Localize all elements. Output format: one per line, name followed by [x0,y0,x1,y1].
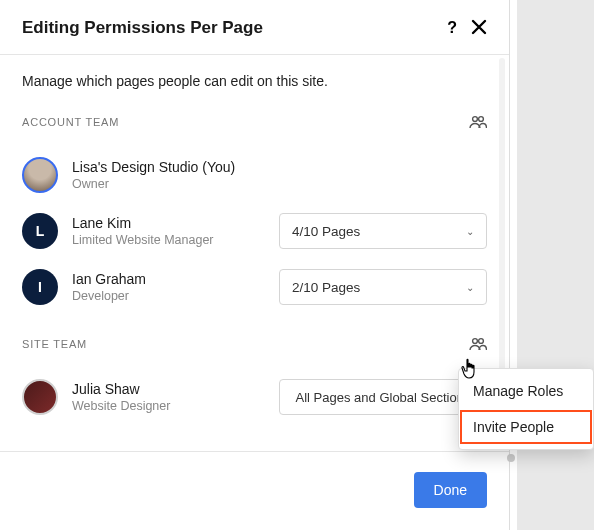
chevron-down-icon: ⌄ [466,226,474,237]
popover-invite-people[interactable]: Invite People [459,409,593,445]
pages-select-value: All Pages and Global Sections [296,390,471,405]
editing-permissions-modal: Editing Permissions Per Page ? Manage wh… [0,0,510,530]
pages-select[interactable]: 4/10 Pages ⌄ [279,213,487,249]
member-info: Ian Graham Developer [72,271,265,303]
member-row-lane: L Lane Kim Limited Website Manager 4/10 … [22,203,487,259]
avatar-initial: I [38,279,42,295]
site-team-label: SITE TEAM [22,338,87,350]
scroll-thumb[interactable] [507,454,515,462]
member-role: Website Designer [72,399,265,413]
member-info: Lisa's Design Studio (You) Owner [72,159,487,191]
member-name: Lisa's Design Studio (You) [72,159,487,175]
svg-point-3 [479,339,484,344]
modal-description: Manage which pages people can edit on th… [22,55,487,111]
invite-team-icon[interactable] [469,337,487,351]
member-name: Ian Graham [72,271,265,287]
svg-point-0 [473,117,478,122]
modal-header: Editing Permissions Per Page ? [0,0,509,55]
member-role: Owner [72,177,487,191]
site-team-header: SITE TEAM [22,333,487,369]
avatar [22,157,58,193]
close-icon[interactable] [471,18,487,38]
member-name: Lane Kim [72,215,265,231]
member-role: Limited Website Manager [72,233,265,247]
modal-footer: Done [0,451,509,530]
pages-select[interactable]: 2/10 Pages ⌄ [279,269,487,305]
avatar [22,379,58,415]
account-team-header: ACCOUNT TEAM [22,111,487,147]
team-icon[interactable] [469,115,487,129]
popover-manage-roles[interactable]: Manage Roles [459,373,593,409]
svg-point-2 [473,339,478,344]
help-icon[interactable]: ? [447,20,457,36]
member-info: Julia Shaw Website Designer [72,381,265,413]
invite-popover: Manage Roles Invite People [458,368,594,450]
avatar: L [22,213,58,249]
pages-select-value: 4/10 Pages [292,224,360,239]
pages-select[interactable]: All Pages and Global Sections [279,379,487,415]
member-row-lisa: Lisa's Design Studio (You) Owner [22,147,487,203]
modal-title: Editing Permissions Per Page [22,18,263,38]
member-row-julia: Julia Shaw Website Designer All Pages an… [22,369,487,425]
modal-body: Manage which pages people can edit on th… [0,55,509,451]
member-role: Developer [72,289,265,303]
pages-select-value: 2/10 Pages [292,280,360,295]
member-row-ian: I Ian Graham Developer 2/10 Pages ⌄ [22,259,487,315]
account-team-label: ACCOUNT TEAM [22,116,119,128]
header-actions: ? [447,18,487,38]
member-info: Lane Kim Limited Website Manager [72,215,265,247]
done-button[interactable]: Done [414,472,487,508]
avatar: I [22,269,58,305]
right-panel-placeholder [517,0,594,530]
svg-point-1 [479,117,484,122]
chevron-down-icon: ⌄ [466,282,474,293]
member-name: Julia Shaw [72,381,265,397]
avatar-initial: L [36,223,45,239]
